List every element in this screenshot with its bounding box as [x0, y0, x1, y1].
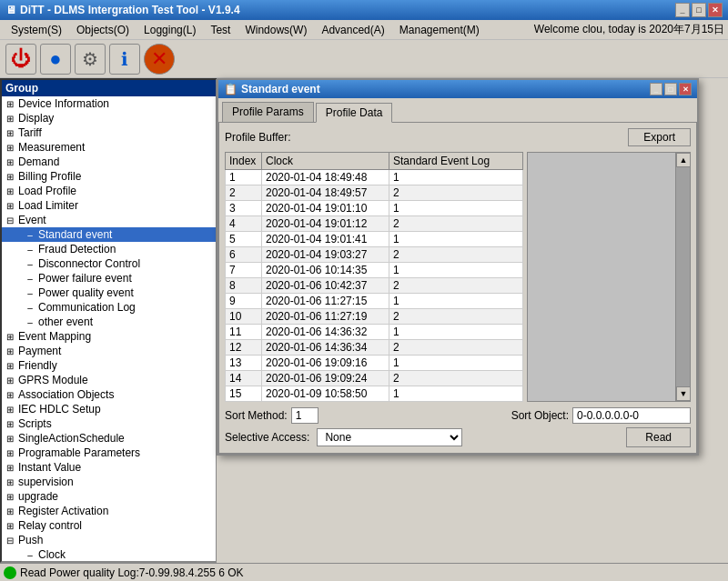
read-button[interactable]: Read: [626, 427, 691, 447]
minimize-button[interactable]: _: [675, 3, 690, 17]
right-panel: ▲ ▼: [527, 152, 691, 402]
table-row: 13 2020-01-06 19:09:16 1: [226, 356, 523, 371]
title-bar: 🖥 DiTT - DLMS Intergration Test Tool - V…: [0, 0, 728, 20]
sidebar-item-billing-profile[interactable]: ⊞Billing Profile: [2, 169, 216, 184]
expand-icon: ⊟: [4, 536, 16, 546]
cell-clock: 2020-01-09 10:58:50: [262, 386, 389, 402]
sidebar-item-disconnector-control[interactable]: –Disconnector Control: [2, 256, 216, 271]
sidebar-item-programable-parameters[interactable]: ⊞Programable Parameters: [2, 446, 216, 460]
app-icon: 🖥: [5, 4, 16, 16]
dialog-minimize-button[interactable]: _: [650, 83, 662, 95]
menu-advanced[interactable]: Advanced(A): [314, 20, 391, 39]
expand-icon: ⊞: [4, 114, 16, 124]
export-button[interactable]: Export: [628, 128, 691, 146]
table-row: 10 2020-01-06 11:27:19 2: [226, 309, 523, 325]
dialog-close-button[interactable]: ✕: [679, 83, 692, 95]
sidebar-item-upgrade[interactable]: ⊞upgrade: [2, 489, 216, 504]
sidebar-item-supervision[interactable]: ⊞supervision: [2, 475, 216, 489]
sidebar-item-fraud-detection[interactable]: –Fraud Detection: [2, 242, 216, 256]
expand-icon: ⊞: [4, 390, 16, 400]
info-button[interactable]: ℹ: [109, 44, 140, 75]
stop-button[interactable]: ✕: [144, 44, 175, 75]
cell-index: 2: [226, 185, 262, 201]
menu-system[interactable]: System(S): [4, 20, 69, 39]
sidebar-item-association-objects[interactable]: ⊞Association Objects: [2, 387, 216, 402]
sidebar: Group ⊞Device Information ⊞Display ⊞Tari…: [0, 78, 217, 563]
tab-bar: Profile Params Profile Data: [218, 98, 697, 122]
menu-windows[interactable]: Windows(W): [238, 20, 314, 39]
scroll-down-button[interactable]: ▼: [676, 386, 691, 401]
sidebar-item-other-event[interactable]: –other event: [2, 315, 216, 329]
tab-profile-data[interactable]: Profile Data: [316, 103, 393, 123]
sidebar-item-communication-log[interactable]: –Communication Log: [2, 300, 216, 315]
sidebar-item-device-information[interactable]: ⊞Device Information: [2, 96, 216, 111]
settings-button[interactable]: ⚙: [75, 44, 106, 75]
sidebar-item-display[interactable]: ⊞Display: [2, 111, 216, 125]
dialog-icon: 📋: [224, 83, 238, 95]
expand-icon: ⊞: [4, 186, 16, 196]
cell-index: 8: [226, 278, 262, 294]
menu-test[interactable]: Test: [203, 20, 238, 39]
sidebar-item-measurement[interactable]: ⊞Measurement: [2, 140, 216, 155]
col-log: Standard Event Log: [389, 153, 523, 170]
maximize-button[interactable]: □: [692, 3, 706, 17]
app-title: DiTT - DLMS Intergration Test Tool - V1.…: [20, 4, 240, 16]
sidebar-item-scripts[interactable]: ⊞Scripts: [2, 416, 216, 431]
cell-index: 6: [226, 247, 262, 263]
sidebar-item-tariff[interactable]: ⊞Tariff: [2, 125, 216, 140]
cell-log: 1: [389, 263, 523, 278]
cell-index: 12: [226, 340, 262, 356]
scroll-up-button[interactable]: ▲: [676, 153, 691, 167]
sort-method-input[interactable]: [291, 407, 318, 424]
sidebar-item-friendly[interactable]: ⊞Friendly: [2, 358, 216, 373]
sidebar-item-event[interactable]: ⊟Event: [2, 213, 216, 227]
cell-log: 2: [389, 371, 523, 386]
dialog-maximize-button[interactable]: □: [664, 83, 677, 95]
sidebar-item-power-quality-event[interactable]: –Power quality event: [2, 285, 216, 300]
sidebar-item-payment[interactable]: ⊞Payment: [2, 344, 216, 358]
sidebar-item-load-profile[interactable]: ⊞Load Profile: [2, 184, 216, 198]
sidebar-item-event-mapping[interactable]: ⊞Event Mapping: [2, 329, 216, 344]
sidebar-item-standard-event[interactable]: –Standard event: [2, 227, 216, 242]
expand-icon: ⊞: [4, 376, 16, 386]
cell-log: 1: [389, 170, 523, 185]
sidebar-item-gprs-module[interactable]: ⊞GPRS Module: [2, 373, 216, 387]
selective-access-label: Selective Access:: [225, 431, 309, 444]
status-icon: [4, 566, 16, 579]
sidebar-item-single-action-schedule[interactable]: ⊞SingleActionSchedule: [2, 431, 216, 446]
sidebar-item-register-activation[interactable]: ⊞Register Activation: [2, 504, 216, 518]
menu-logging[interactable]: Logging(L): [136, 20, 203, 39]
sort-object-input[interactable]: [572, 407, 691, 424]
menu-management[interactable]: Management(M): [392, 20, 487, 39]
power-button[interactable]: ⏻: [5, 44, 36, 75]
expand-icon: –: [24, 245, 36, 255]
expand-icon: ⊞: [4, 346, 16, 356]
sidebar-item-demand[interactable]: ⊞Demand: [2, 155, 216, 169]
expand-icon: –: [24, 317, 36, 327]
cell-index: 9: [226, 294, 262, 309]
expand-icon: ⊞: [4, 506, 16, 516]
sidebar-item-relay-control[interactable]: ⊞Relay control: [2, 518, 216, 533]
connect-button[interactable]: ●: [40, 44, 71, 75]
sidebar-item-push[interactable]: ⊟Push: [2, 533, 216, 547]
close-button[interactable]: ✕: [708, 3, 723, 17]
expand-icon: ⊞: [4, 463, 16, 473]
scrollbar-track[interactable]: [676, 167, 690, 386]
sidebar-item-instant-value[interactable]: ⊞Instant Value: [2, 460, 216, 475]
sidebar-item-clock[interactable]: –Clock: [2, 547, 216, 562]
table-row: 1 2020-01-04 18:49:48 1: [226, 170, 523, 185]
profile-buffer-label: Profile Buffer:: [225, 131, 307, 144]
cell-clock: 2020-01-06 11:27:15: [262, 294, 389, 309]
menu-objects[interactable]: Objects(O): [69, 20, 136, 39]
tab-profile-params[interactable]: Profile Params: [222, 102, 314, 122]
sidebar-item-load-limiter[interactable]: ⊞Load Limiter: [2, 198, 216, 213]
selective-access-dropdown[interactable]: None Entry descriptor Range descriptor: [317, 428, 462, 446]
expand-icon: ⊞: [4, 361, 16, 371]
cell-clock: 2020-01-04 19:03:27: [262, 247, 389, 263]
sidebar-item-iec-hdlc-setup[interactable]: ⊞IEC HDLC Setup: [2, 402, 216, 416]
sidebar-item-power-failure-event[interactable]: –Power failure event: [2, 271, 216, 285]
expand-icon: ⊞: [4, 405, 16, 415]
table-row: 8 2020-01-06 10:42:37 2: [226, 278, 523, 294]
expand-icon: –: [24, 288, 36, 298]
cell-clock: 2020-01-06 19:09:24: [262, 371, 389, 386]
